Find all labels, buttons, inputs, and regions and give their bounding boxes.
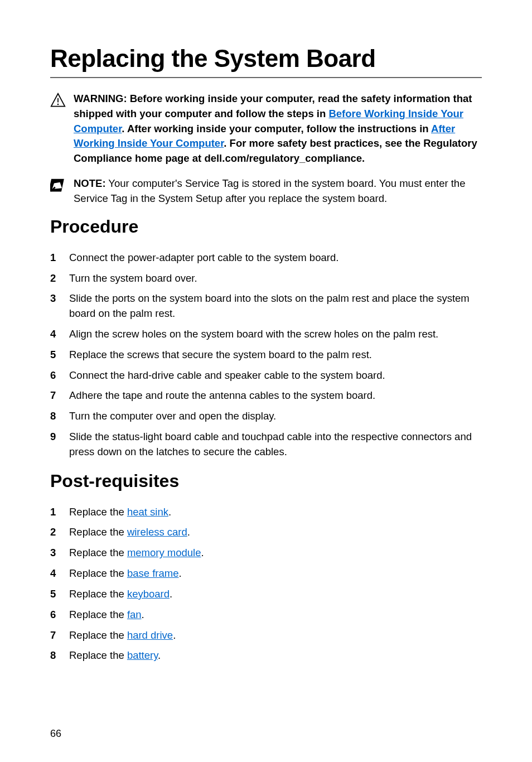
list-text: Slide the status-light board cable and t… [69, 430, 482, 460]
link-heat-sink[interactable]: heat sink [127, 506, 168, 518]
list-text: Turn the system board over. [69, 271, 482, 286]
prefix: Replace the [69, 567, 127, 579]
list-text: Replace the fan. [69, 607, 482, 623]
prefix: Replace the [69, 547, 127, 558]
link-fan[interactable]: fan [127, 609, 142, 620]
list-text: Turn the computer over and open the disp… [69, 409, 482, 424]
list-number: 5 [50, 348, 69, 363]
list-text: Replace the hard drive. [69, 628, 482, 643]
title-divider [50, 77, 482, 78]
note-text-block: NOTE: Your computer's Service Tag is sto… [74, 176, 482, 206]
post-requisites-heading: Post-requisites [50, 471, 482, 491]
list-item: 4Align the screw holes on the system boa… [50, 327, 482, 342]
list-text: Slide the ports on the system board into… [69, 291, 482, 321]
list-number: 4 [50, 566, 69, 581]
list-item: 2Replace the wireless card. [50, 525, 482, 540]
list-item: 8Turn the computer over and open the dis… [50, 409, 482, 424]
page-title: Replacing the System Board [50, 45, 482, 73]
link-base-frame[interactable]: base frame [127, 567, 179, 579]
svg-point-2 [57, 104, 59, 105]
prefix: Replace the [69, 609, 127, 620]
list-item: 1Replace the heat sink. [50, 505, 482, 520]
list-item: 2Turn the system board over. [50, 271, 482, 286]
prefix: Replace the [69, 588, 127, 600]
warning-text: WARNING: Before working inside your comp… [74, 91, 482, 166]
list-number: 1 [50, 250, 69, 266]
list-number: 3 [50, 546, 69, 561]
prefix: Replace the [69, 629, 127, 641]
link-hard-drive[interactable]: hard drive [127, 629, 173, 641]
list-item: 3Replace the memory module. [50, 546, 482, 561]
list-text: Replace the memory module. [69, 546, 482, 561]
list-number: 8 [50, 648, 69, 663]
prefix: Replace the [69, 506, 127, 518]
list-number: 7 [50, 388, 69, 403]
list-number: 9 [50, 430, 69, 445]
list-text: Adhere the tape and route the antenna ca… [69, 388, 482, 403]
list-number: 4 [50, 327, 69, 342]
link-keyboard[interactable]: keyboard [127, 588, 170, 600]
list-item: 4Replace the base frame. [50, 566, 482, 581]
list-number: 7 [50, 628, 69, 643]
link-memory-module[interactable]: memory module [127, 547, 201, 558]
list-item: 7Replace the hard drive. [50, 628, 482, 643]
list-number: 1 [50, 505, 69, 520]
warning-icon [50, 93, 74, 110]
warning-label: WARNING: [74, 93, 127, 104]
note-callout: NOTE: Your computer's Service Tag is sto… [50, 176, 482, 206]
list-number: 8 [50, 409, 69, 424]
post-requisites-list: 1Replace the heat sink. 2Replace the wir… [50, 505, 482, 664]
procedure-list: 1Connect the power-adapter port cable to… [50, 250, 482, 460]
warning-callout: WARNING: Before working inside your comp… [50, 91, 482, 166]
list-item: 3Slide the ports on the system board int… [50, 291, 482, 321]
list-text: Replace the keyboard. [69, 587, 482, 602]
list-item: 7Adhere the tape and route the antenna c… [50, 388, 482, 403]
list-text: Replace the battery. [69, 648, 482, 663]
list-item: 1Connect the power-adapter port cable to… [50, 250, 482, 266]
list-number: 2 [50, 525, 69, 540]
list-number: 2 [50, 271, 69, 286]
link-wireless-card[interactable]: wireless card [127, 526, 187, 538]
note-text: Your computer's Service Tag is stored in… [74, 177, 465, 204]
warning-text-2: . After working inside your computer, fo… [122, 123, 431, 134]
note-label: NOTE: [74, 177, 106, 189]
list-number: 6 [50, 607, 69, 623]
prefix: Replace the [69, 649, 127, 661]
list-item: 5Replace the keyboard. [50, 587, 482, 602]
list-item: 6Replace the fan. [50, 607, 482, 623]
list-text: Align the screw holes on the system boar… [69, 327, 482, 342]
link-battery[interactable]: battery [127, 649, 158, 661]
note-icon [50, 177, 74, 195]
list-item: 5Replace the screws that secure the syst… [50, 348, 482, 363]
list-number: 3 [50, 291, 69, 306]
list-text: Replace the wireless card. [69, 525, 482, 540]
page-number: 66 [50, 728, 61, 740]
list-text: Replace the heat sink. [69, 505, 482, 520]
list-text: Connect the power-adapter port cable to … [69, 250, 482, 266]
list-text: Connect the hard-drive cable and speaker… [69, 368, 482, 383]
list-item: 6Connect the hard-drive cable and speake… [50, 368, 482, 383]
list-text: Replace the base frame. [69, 566, 482, 581]
list-text: Replace the screws that secure the syste… [69, 348, 482, 363]
prefix: Replace the [69, 526, 127, 538]
list-item: 8Replace the battery. [50, 648, 482, 663]
procedure-heading: Procedure [50, 216, 482, 237]
list-item: 9Slide the status-light board cable and … [50, 430, 482, 460]
list-number: 5 [50, 587, 69, 602]
list-number: 6 [50, 368, 69, 383]
